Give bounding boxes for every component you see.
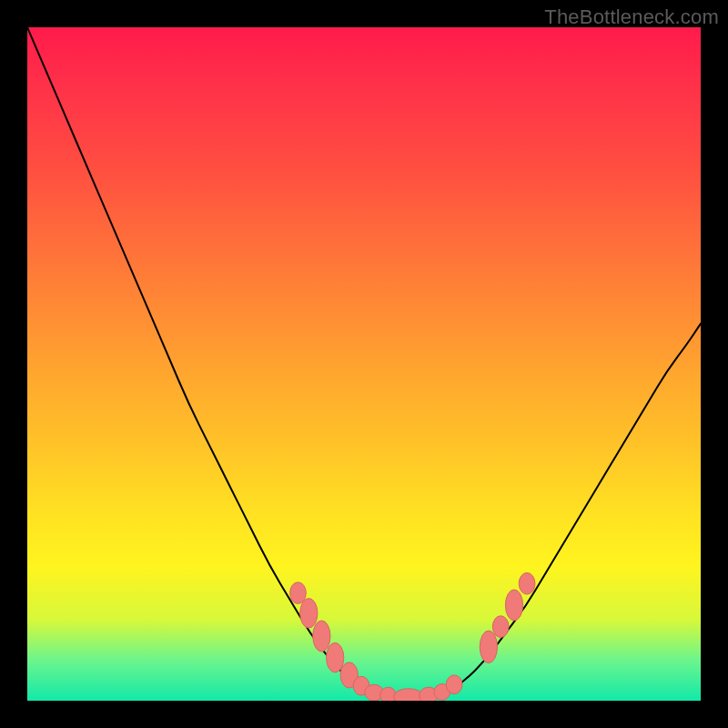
curve-marker (519, 572, 535, 594)
curve-marker (300, 599, 318, 629)
curve-marker (313, 621, 330, 652)
curve-marker (446, 675, 462, 694)
curve-marker (327, 642, 344, 672)
chart-frame: TheBottleneck.com (0, 0, 728, 728)
bottleneck-curve (27, 27, 701, 698)
chart-overlay-svg (27, 27, 701, 701)
curve-marker (492, 616, 509, 638)
watermark-text: TheBottleneck.com (544, 5, 719, 29)
curve-marker (505, 590, 522, 621)
chart-plot-area (27, 27, 701, 701)
curve-marker (480, 631, 497, 663)
curve-markers (290, 572, 535, 701)
